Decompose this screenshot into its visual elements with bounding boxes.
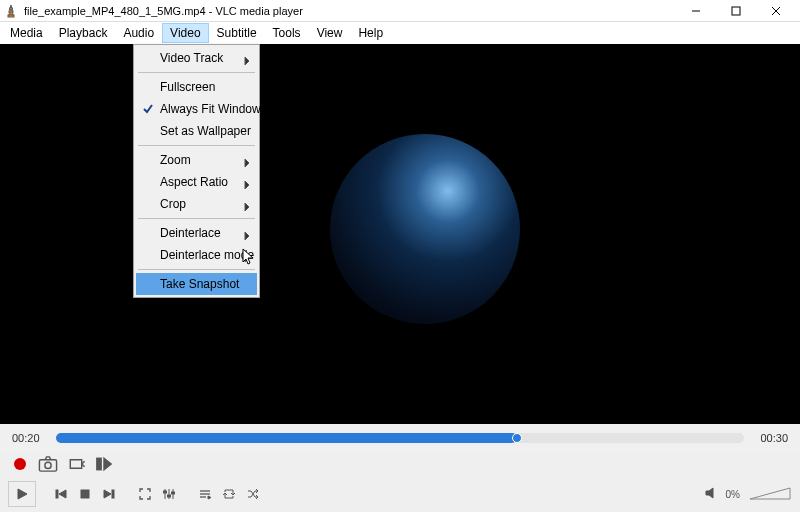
next-button[interactable] (98, 483, 120, 505)
menu-video-track[interactable]: Video Track (136, 47, 257, 69)
advanced-controls-bar (0, 452, 800, 476)
menu-zoom[interactable]: Zoom (136, 149, 257, 171)
svg-rect-4 (732, 7, 740, 15)
svg-rect-10 (56, 490, 58, 498)
elapsed-time[interactable]: 00:20 (12, 432, 46, 444)
record-button[interactable] (10, 455, 30, 473)
speaker-icon[interactable] (704, 486, 718, 503)
vlc-icon (4, 4, 18, 18)
frame-step-icon (94, 454, 114, 474)
seek-slider[interactable] (56, 433, 744, 443)
stop-icon (78, 487, 92, 501)
menu-item-label: Always Fit Window (160, 102, 261, 116)
playlist-icon (198, 487, 212, 501)
svg-rect-7 (39, 460, 56, 471)
submenu-arrow-icon (243, 229, 251, 237)
menu-bar: Media Playback Audio Video Subtitle Tool… (0, 22, 800, 44)
loop-ab-button[interactable] (66, 455, 86, 473)
menu-crop[interactable]: Crop (136, 193, 257, 215)
skip-back-icon (54, 487, 68, 501)
menu-subtitle[interactable]: Subtitle (209, 23, 265, 43)
submenu-arrow-icon (243, 251, 251, 259)
title-bar: file_example_MP4_480_1_5MG.mp4 - VLC med… (0, 0, 800, 22)
svg-rect-9 (97, 458, 101, 469)
menu-separator (138, 72, 255, 73)
menu-deinterlace[interactable]: Deinterlace (136, 222, 257, 244)
submenu-arrow-icon (243, 200, 251, 208)
svg-rect-18 (172, 492, 175, 494)
fullscreen-icon (138, 487, 152, 501)
time-bar: 00:20 00:30 (0, 424, 800, 452)
menu-tools[interactable]: Tools (265, 23, 309, 43)
menu-view[interactable]: View (309, 23, 351, 43)
menu-fullscreen[interactable]: Fullscreen (136, 76, 257, 98)
menu-item-label: Deinterlace mode (160, 248, 254, 262)
extended-settings-button[interactable] (158, 483, 180, 505)
menu-item-label: Set as Wallpaper (160, 124, 251, 138)
svg-rect-11 (81, 490, 89, 498)
loop-icon (222, 487, 236, 501)
video-dropdown: Video Track Fullscreen Always Fit Window… (133, 44, 260, 298)
video-frame-content (330, 134, 520, 324)
menu-separator (138, 145, 255, 146)
window-title: file_example_MP4_480_1_5MG.mp4 - VLC med… (24, 5, 676, 17)
maximize-button[interactable] (716, 1, 756, 21)
stop-button[interactable] (74, 483, 96, 505)
menu-separator (138, 218, 255, 219)
menu-aspect-ratio[interactable]: Aspect Ratio (136, 171, 257, 193)
shuffle-button[interactable] (242, 483, 264, 505)
loop-button[interactable] (218, 483, 240, 505)
camera-icon (38, 454, 58, 474)
total-time[interactable]: 00:30 (754, 432, 788, 444)
menu-audio[interactable]: Audio (115, 23, 162, 43)
playlist-button[interactable] (194, 483, 216, 505)
svg-rect-0 (8, 15, 14, 17)
menu-always-fit-window[interactable]: Always Fit Window (136, 98, 257, 120)
svg-rect-1 (10, 8, 13, 9)
svg-rect-12 (112, 490, 114, 498)
submenu-arrow-icon (243, 156, 251, 164)
menu-separator (138, 269, 255, 270)
menu-item-label: Fullscreen (160, 80, 215, 94)
menu-item-label: Take Snapshot (160, 277, 239, 291)
menu-item-label: Deinterlace (160, 226, 221, 240)
check-icon (142, 103, 154, 115)
menu-help[interactable]: Help (350, 23, 391, 43)
equalizer-icon (162, 487, 176, 501)
record-icon (14, 458, 26, 470)
seek-fill (56, 433, 517, 443)
svg-rect-2 (9, 11, 13, 12)
menu-media[interactable]: Media (2, 23, 51, 43)
play-button[interactable] (8, 481, 36, 507)
submenu-arrow-icon (243, 54, 251, 62)
loop-ab-icon (66, 454, 86, 474)
svg-point-8 (45, 462, 51, 468)
previous-button[interactable] (50, 483, 72, 505)
skip-forward-icon (102, 487, 116, 501)
menu-set-as-wallpaper[interactable]: Set as Wallpaper (136, 120, 257, 142)
playback-controls: 0% (0, 476, 800, 512)
volume-percent: 0% (726, 489, 740, 500)
svg-rect-16 (164, 491, 167, 493)
menu-item-label: Aspect Ratio (160, 175, 228, 189)
video-viewport[interactable] (0, 44, 800, 424)
seek-knob[interactable] (512, 433, 522, 443)
close-button[interactable] (756, 1, 796, 21)
menu-take-snapshot[interactable]: Take Snapshot (136, 273, 257, 295)
minimize-button[interactable] (676, 1, 716, 21)
menu-item-label: Zoom (160, 153, 191, 167)
menu-video[interactable]: Video (162, 23, 208, 43)
fullscreen-button[interactable] (134, 483, 156, 505)
volume-slider[interactable] (748, 485, 792, 503)
menu-deinterlace-mode[interactable]: Deinterlace mode (136, 244, 257, 266)
snapshot-button[interactable] (38, 455, 58, 473)
play-icon (15, 487, 29, 501)
menu-playback[interactable]: Playback (51, 23, 116, 43)
submenu-arrow-icon (243, 178, 251, 186)
volume-control: 0% (704, 485, 792, 503)
svg-rect-17 (168, 495, 171, 497)
shuffle-icon (246, 487, 260, 501)
frame-step-button[interactable] (94, 455, 114, 473)
menu-item-label: Crop (160, 197, 186, 211)
menu-item-label: Video Track (160, 51, 223, 65)
